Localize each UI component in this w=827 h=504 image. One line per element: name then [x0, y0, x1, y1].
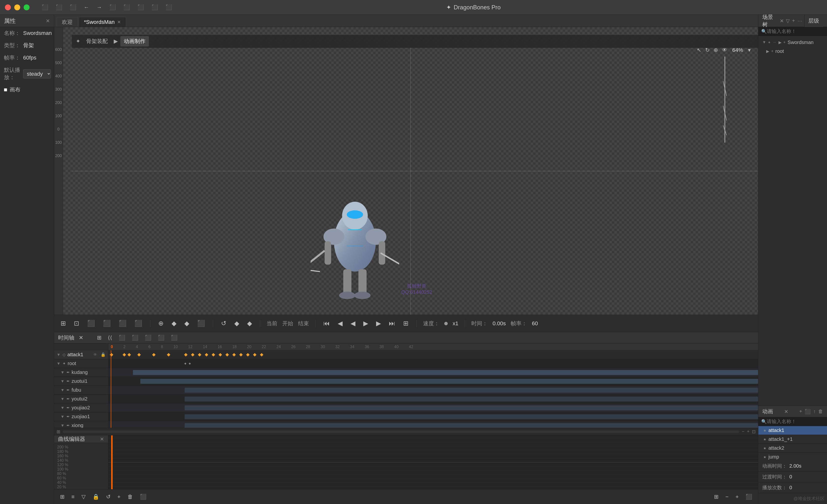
track-fubu-expand[interactable]: ▼ — [60, 388, 64, 392]
kf-attack1-3[interactable] — [128, 353, 131, 356]
tl-fit[interactable]: ⊡ — [752, 429, 756, 435]
bt-delete[interactable]: 🗑 — [126, 493, 135, 501]
kf-attack1-8[interactable] — [152, 353, 155, 356]
tl-tool-copy[interactable]: ⬛ — [117, 334, 127, 342]
keyframe-prev[interactable]: ◆ — [170, 318, 178, 329]
curve-editor-close[interactable]: ✕ — [100, 436, 104, 442]
panel-tool2[interactable]: ⊡ — [72, 318, 81, 329]
toolbar-tool4[interactable]: ⬛ — [149, 3, 160, 11]
scene-item-root[interactable]: ▶ + root — [758, 47, 827, 56]
tl-tool-del[interactable]: ⬛ — [143, 334, 153, 342]
curve-canvas[interactable] — [108, 435, 758, 489]
loop-mode-btn[interactable]: ⊞ — [402, 318, 410, 329]
scene-add-btn[interactable]: + — [792, 18, 795, 24]
kf-root-2[interactable] — [189, 362, 191, 365]
scene-item-swordsman[interactable]: ▼ ● → ▶ + Swordsman — [758, 38, 827, 47]
kf-attack1-2[interactable] — [123, 353, 126, 356]
kf-d6[interactable] — [218, 353, 222, 356]
toolbar-tool2[interactable]: ⬛ — [121, 3, 132, 11]
toolbar-open-btn[interactable]: ⬛ — [40, 3, 50, 11]
keyframe-tool1[interactable]: ⬛ — [196, 318, 206, 329]
canvas-checkbox[interactable] — [4, 88, 7, 92]
bt-zoom-fit[interactable]: ⊞ — [712, 493, 720, 501]
toolbar-tool5[interactable]: ⬛ — [163, 3, 174, 11]
scene-search-input[interactable] — [767, 29, 827, 34]
panel-tool5[interactable]: ⬛ — [117, 318, 128, 329]
traffic-light-yellow[interactable] — [14, 4, 20, 10]
kf-d8[interactable] — [232, 353, 236, 356]
scene-filter-btn[interactable]: ▽ — [786, 18, 790, 24]
tl-tool-snap[interactable]: ⬛ — [169, 334, 180, 342]
tl-zoom-out[interactable]: − — [742, 429, 744, 434]
loop-btn[interactable]: ↺ — [220, 318, 228, 329]
bt-zoom-in2[interactable]: + — [733, 493, 741, 501]
panel-tool6[interactable]: ⬛ — [133, 318, 144, 329]
kf-d11[interactable] — [253, 353, 256, 356]
play-back-btn[interactable]: ◀ — [349, 318, 357, 329]
properties-close-btn[interactable]: ✕ — [46, 18, 50, 24]
scene-tree-close[interactable]: ✕ — [780, 18, 784, 24]
kf-right-bot[interactable]: ◆ — [246, 318, 253, 329]
traffic-light-red[interactable] — [5, 4, 11, 10]
tl-tool-paste[interactable]: ⬛ — [130, 334, 140, 342]
anim-close[interactable]: ✕ — [784, 409, 788, 414]
prop-play-select[interactable]: steady attack1 jump — [23, 69, 51, 78]
zoom-dropdown[interactable]: ▾ — [747, 46, 752, 54]
play-next-btn[interactable]: ▶ — [375, 318, 383, 329]
tl-tool-move[interactable]: ⬛ — [156, 334, 166, 342]
anim-export-btn[interactable]: ↑ — [813, 409, 816, 414]
timeline-keyframes[interactable] — [108, 350, 758, 428]
toolbar-tool1[interactable]: ⬛ — [107, 3, 118, 11]
track-attack1-expand[interactable]: ▼ — [57, 352, 60, 357]
toolbar-export-btn[interactable]: ⬛ — [68, 3, 78, 11]
toolbar-back-btn[interactable]: ← — [82, 3, 91, 11]
kf-d9[interactable] — [239, 353, 243, 356]
select-tool[interactable]: ↖ — [696, 46, 702, 54]
track-zuojiao1[interactable]: ▼ ✒ zuojiao1 — [54, 412, 108, 421]
anim-item-attack1[interactable]: ★ attack1 — [758, 426, 827, 435]
skip-last-btn[interactable]: ⏭ — [387, 318, 397, 329]
track-kudang[interactable]: ▼ ✒ kudang — [54, 368, 108, 377]
kf-d3[interactable] — [198, 353, 201, 356]
bt-filter[interactable]: ▽ — [80, 493, 88, 501]
kf-d4[interactable] — [205, 353, 208, 356]
anim-add-btn[interactable]: + — [799, 409, 802, 414]
track-youjiao2[interactable]: ▼ ✒ youjiao2 — [54, 403, 108, 412]
bt-zoom-out2[interactable]: − — [723, 493, 731, 501]
kf-attack1-5[interactable] — [137, 353, 141, 356]
track-youtui2[interactable]: ▼ ✒ youtui2 — [54, 395, 108, 403]
kf-d10[interactable] — [246, 353, 250, 356]
panel-tool4[interactable]: ⬛ — [101, 318, 112, 329]
scene-more-btn[interactable]: ⋯ — [797, 18, 802, 24]
panel-tool3[interactable]: ⬛ — [86, 318, 96, 329]
track-fubu[interactable]: ▼ ✒ fubu — [54, 386, 108, 395]
kf-right-top[interactable]: ◆ — [233, 318, 241, 329]
kf-d5[interactable] — [212, 353, 215, 356]
tl-scroll-left[interactable]: ⊞ — [57, 429, 60, 435]
kf-attack1-0[interactable] — [110, 353, 113, 356]
anim-delete-btn[interactable]: 🗑 — [818, 409, 823, 414]
track-youtui2-expand[interactable]: ▼ — [60, 397, 64, 401]
tab-swordsman-close[interactable]: ✕ — [117, 19, 121, 25]
kf-d7[interactable] — [226, 353, 229, 356]
track-zuotui1[interactable]: ▼ ✒ zuotui1 — [54, 377, 108, 386]
toolbar-save-btn[interactable]: ⬛ — [54, 3, 64, 11]
anim-item-attack1-1[interactable]: ★ attack1_+1 — [758, 435, 827, 444]
eye-tool[interactable]: 👁 — [721, 46, 728, 54]
anim-copy-btn[interactable]: ⬛ — [805, 409, 811, 414]
track-youjiao2-expand[interactable]: ▼ — [60, 406, 64, 410]
bt-add[interactable]: + — [115, 493, 123, 501]
track-xiong[interactable]: ▼ ✒ xiong — [54, 421, 108, 428]
track-attack1[interactable]: ▼ ◇ attack1 👁 🔒 — [54, 350, 108, 359]
kf-root-1[interactable] — [184, 362, 186, 365]
tl-tool-all[interactable]: ⊞ — [95, 334, 103, 342]
bt-list[interactable]: ≡ — [69, 493, 77, 501]
tl-zoom-in[interactable]: + — [747, 429, 749, 434]
kf-d12[interactable] — [260, 353, 263, 356]
play-btn[interactable]: ▶ — [362, 318, 370, 329]
track-attack1-eye[interactable]: 👁 — [93, 352, 97, 357]
add-keyframe-btn[interactable]: ⊕ — [157, 318, 165, 329]
track-root[interactable]: ▼ ✦ root — [54, 359, 108, 368]
kf-d2[interactable] — [191, 353, 194, 356]
track-xiong-expand[interactable]: ▼ — [60, 424, 64, 428]
